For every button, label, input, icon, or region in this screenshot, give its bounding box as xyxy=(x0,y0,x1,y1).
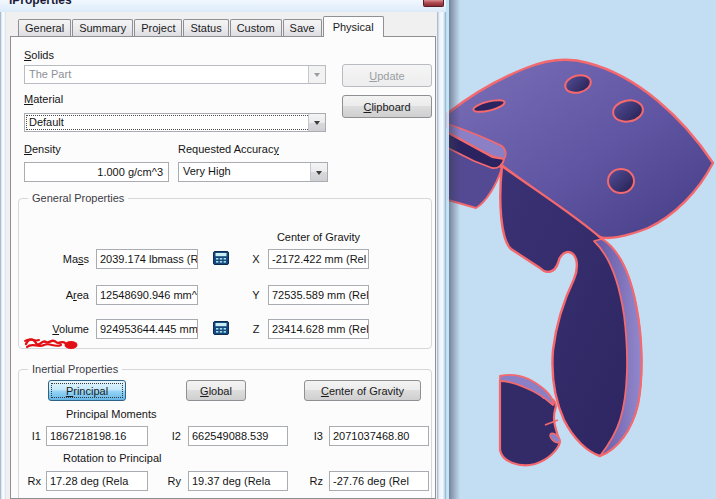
tab-project[interactable]: Project xyxy=(134,19,182,36)
area-field[interactable]: 12548690.946 mm^ xyxy=(96,285,198,305)
tab-save[interactable]: Save xyxy=(283,19,322,36)
ry-label: Ry xyxy=(163,475,181,487)
mass-field[interactable]: 2039.174 lbmass (R xyxy=(96,249,198,269)
accuracy-combo[interactable]: Very High xyxy=(178,162,328,182)
aero-edge-highlight xyxy=(447,0,449,499)
center-of-gravity-button[interactable]: Center of Gravity xyxy=(304,380,421,401)
cog-x-field[interactable]: -2172.422 mm (Rel xyxy=(268,249,369,269)
rz-label: Rz xyxy=(305,475,323,487)
tab-summary[interactable]: Summary xyxy=(72,19,133,36)
calculator-icon[interactable] xyxy=(213,251,229,265)
rx-label: Rx xyxy=(23,475,41,487)
rx-field[interactable]: 17.28 deg (Rela xyxy=(46,471,148,491)
material-combo[interactable]: Default xyxy=(24,113,326,132)
inertial-properties-title: Inertial Properties xyxy=(28,363,122,376)
calculator-icon[interactable] xyxy=(213,321,229,335)
close-button[interactable] xyxy=(423,0,444,7)
cog-z-field[interactable]: 23414.628 mm (Rel xyxy=(268,319,369,339)
iproperties-dialog: iProperties General Summary Project Stat… xyxy=(0,0,446,499)
mass-label: Mass xyxy=(21,253,89,265)
center-of-gravity-header: Center of Gravity xyxy=(268,231,369,243)
accuracy-label: Requested Accuracy xyxy=(178,143,279,155)
global-button[interactable]: Global xyxy=(186,380,246,401)
chevron-down-icon xyxy=(314,73,320,80)
i2-label: I2 xyxy=(165,430,181,442)
dialog-shadow xyxy=(449,0,460,499)
i2-field[interactable]: 662549088.539 xyxy=(188,426,288,446)
3d-part[interactable] xyxy=(446,0,716,499)
ry-field[interactable]: 19.37 deg (Rela xyxy=(188,471,288,491)
principal-button[interactable]: Principal xyxy=(48,380,126,401)
rz-field[interactable]: -27.76 deg (Rel xyxy=(329,471,429,491)
update-button: Update xyxy=(342,64,432,87)
general-properties-title: General Properties xyxy=(28,192,128,205)
principal-moments-title: Principal Moments xyxy=(66,408,156,420)
red-scribble-annotation xyxy=(24,335,80,352)
solids-value: The Part xyxy=(29,68,71,80)
dialog-title: iProperties xyxy=(9,0,72,7)
axis-z-label: Z xyxy=(249,323,263,335)
chevron-down-icon xyxy=(314,121,320,128)
clipboard-button[interactable]: Clipboard xyxy=(342,95,432,118)
material-value: Default xyxy=(29,116,64,128)
screen: iProperties General Summary Project Stat… xyxy=(0,0,716,499)
volume-field[interactable]: 924953644.445 mm xyxy=(96,319,198,339)
window-border-right xyxy=(437,0,446,499)
cog-y-field[interactable]: 72535.589 mm (Rel xyxy=(268,285,369,305)
area-label: Area xyxy=(21,289,89,301)
solids-combo: The Part xyxy=(24,65,326,84)
volume-label: Volume xyxy=(21,323,89,335)
density-label: Density xyxy=(24,143,61,155)
tab-strip: General Summary Project Status Custom Sa… xyxy=(18,16,385,36)
chevron-down-icon xyxy=(316,171,322,178)
material-label: Material xyxy=(24,93,63,105)
i3-field[interactable]: 2071037468.80 xyxy=(329,426,429,446)
axis-y-label: Y xyxy=(249,289,263,301)
dialog-titlebar[interactable]: iProperties xyxy=(0,0,446,12)
part-hole-lower[interactable] xyxy=(608,169,634,193)
tab-physical[interactable]: Physical xyxy=(323,16,384,37)
solids-label: Solids xyxy=(24,49,54,61)
rotation-to-principal-title: Rotation to Principal xyxy=(63,452,161,464)
tab-general[interactable]: General xyxy=(18,19,71,36)
tab-status[interactable]: Status xyxy=(183,19,228,36)
i1-field[interactable]: 1867218198.16 xyxy=(46,426,148,446)
cad-viewport[interactable] xyxy=(446,0,716,499)
tab-custom[interactable]: Custom xyxy=(230,19,282,36)
i1-label: I1 xyxy=(25,430,41,442)
density-field[interactable]: 1.000 g/cm^3 xyxy=(24,162,169,182)
i3-label: I3 xyxy=(307,430,323,442)
tab-page-physical: Solids The Part Update Material Default … xyxy=(10,36,436,499)
accuracy-value: Very High xyxy=(183,165,231,177)
axis-x-label: X xyxy=(249,253,263,265)
dialog-body: General Summary Project Status Custom Sa… xyxy=(6,12,437,499)
